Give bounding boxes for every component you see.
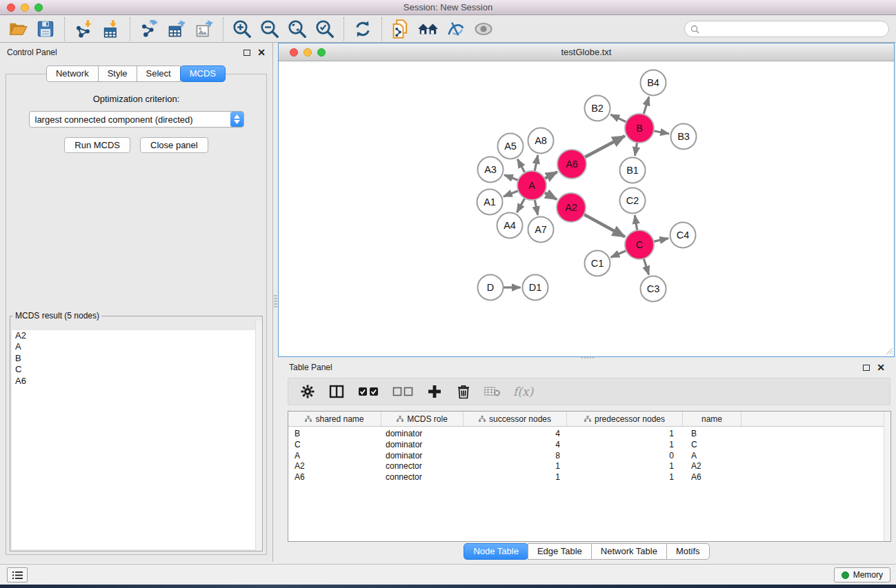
network-window-titlebar[interactable]: testGlobe.txt [279, 43, 894, 61]
mcds-result-item[interactable]: A [12, 341, 261, 352]
table-row[interactable]: Cdominator41C [288, 440, 890, 451]
table-cell[interactable]: connector [381, 472, 464, 483]
table-cell[interactable]: A2 [683, 461, 741, 472]
close-panel-icon[interactable]: ✕ [257, 49, 266, 56]
table-scrollbar[interactable] [884, 412, 890, 541]
edge-A-A7[interactable] [535, 199, 538, 215]
edge-A-A8[interactable] [535, 155, 538, 172]
column-header-predecessor-nodes[interactable]: predecessor nodes [567, 412, 683, 426]
edge-A-A6[interactable] [544, 172, 557, 179]
delete-table-button[interactable] [484, 383, 501, 400]
tab-style[interactable]: Style [98, 65, 137, 82]
import-table-button[interactable] [97, 17, 125, 41]
table-cell[interactable]: 1 [464, 461, 567, 472]
edge-A-A5[interactable] [517, 159, 526, 174]
select-all-button[interactable] [357, 383, 379, 400]
table-cell[interactable]: 1 [567, 429, 683, 440]
column-header-shared-name[interactable]: shared name [288, 412, 381, 426]
export-image-button[interactable] [190, 17, 218, 41]
tab-edge-table[interactable]: Edge Table [528, 543, 592, 560]
export-network-button[interactable] [135, 17, 163, 41]
table-cell[interactable]: A6 [288, 472, 381, 483]
table-float-panel-icon[interactable] [863, 365, 870, 371]
mcds-result-item[interactable]: A6 [12, 376, 261, 387]
tab-select[interactable]: Select [137, 65, 181, 82]
mcds-result-item[interactable]: A2 [12, 330, 261, 341]
task-history-button[interactable] [7, 567, 28, 582]
table-cell[interactable]: A [683, 451, 741, 462]
panel-divider-grip[interactable] [274, 295, 277, 307]
maximize-window-icon[interactable] [34, 3, 43, 12]
edge-A-A2[interactable] [544, 192, 557, 199]
table-cell[interactable]: A2 [288, 461, 381, 472]
close-panel-button[interactable]: Close panel [140, 137, 208, 153]
edge-B-B2[interactable] [610, 114, 627, 123]
table-cell[interactable]: 4 [464, 429, 567, 440]
mcds-result-item[interactable]: B [12, 353, 261, 364]
mcds-result-list[interactable]: A2ABCA6 [12, 330, 261, 549]
table-row[interactable]: A2connector11A2 [288, 461, 890, 472]
edge-C-C3[interactable] [644, 257, 649, 274]
search-box[interactable] [684, 21, 889, 37]
network-close-icon[interactable] [290, 48, 298, 57]
table-row[interactable]: A6connector11A6 [288, 472, 890, 483]
table-row[interactable]: Adominator80A [288, 451, 890, 462]
resize-grip-icon[interactable] [884, 345, 893, 355]
tab-motifs[interactable]: Motifs [666, 543, 710, 560]
mcds-list-scrollbar[interactable] [255, 321, 262, 551]
edge-C-C4[interactable] [653, 239, 668, 242]
network-minimize-icon[interactable] [303, 48, 312, 57]
edge-B-B3[interactable] [653, 131, 669, 134]
table-cell[interactable]: dominator [381, 429, 464, 440]
edge-A2-C[interactable] [583, 214, 625, 236]
zoom-in-button[interactable] [228, 17, 256, 41]
table-settings-button[interactable] [299, 383, 316, 400]
table-cell[interactable]: dominator [381, 440, 464, 451]
table-cell[interactable]: C [683, 440, 741, 451]
save-session-button[interactable] [32, 17, 59, 41]
refresh-button[interactable] [349, 17, 377, 41]
deselect-all-button[interactable] [392, 383, 414, 400]
zoom-selected-button[interactable] [311, 17, 339, 41]
tab-network-table[interactable]: Network Table [591, 543, 667, 560]
show-columns-button[interactable] [328, 383, 345, 400]
edge-C-C1[interactable] [611, 250, 628, 258]
table-cell[interactable]: B [683, 429, 741, 440]
column-header-successor-nodes[interactable]: successor nodes [464, 412, 567, 426]
tab-network[interactable]: Network [46, 65, 99, 82]
delete-column-button[interactable] [455, 383, 472, 400]
table-row[interactable]: Bdominator41B [288, 429, 890, 440]
edge-B-B1[interactable] [635, 141, 637, 156]
search-input[interactable] [699, 23, 888, 35]
edge-A6-B[interactable] [584, 136, 625, 158]
edge-A-A4[interactable] [517, 197, 525, 213]
zoom-fit-button[interactable] [283, 17, 311, 41]
import-network-button[interactable] [70, 17, 97, 41]
first-neighbors-button[interactable] [415, 17, 442, 41]
table-cell[interactable]: 1 [464, 472, 567, 483]
table-close-panel-icon[interactable]: ✕ [877, 364, 885, 371]
memory-button[interactable]: Memory [834, 567, 890, 582]
zoom-out-button[interactable] [256, 17, 283, 41]
edge-B-B4[interactable] [644, 97, 649, 116]
run-mcds-button[interactable]: Run MCDS [64, 137, 130, 153]
function-builder-button[interactable]: f(x) [513, 385, 533, 398]
table-cell[interactable]: 8 [464, 451, 567, 462]
network-canvas[interactable]: B4B2BB3A5A8A6A3B1AA1C2A2A4A7C4CC1DD1C3 [279, 61, 894, 356]
edge-A-A1[interactable] [504, 190, 519, 196]
table-cell[interactable]: 0 [567, 451, 683, 462]
table-cell[interactable]: B [288, 429, 381, 440]
edge-A-A3[interactable] [504, 175, 519, 181]
table-cell[interactable]: 4 [464, 440, 567, 451]
export-table-button[interactable] [163, 17, 190, 41]
open-session-button[interactable] [4, 17, 32, 41]
table-cell[interactable]: C [288, 440, 381, 451]
table-cell[interactable]: A [288, 451, 381, 462]
float-panel-icon[interactable] [243, 50, 250, 56]
mcds-result-item[interactable]: C [12, 364, 261, 375]
criterion-dropdown[interactable]: largest connected component (directed) [29, 111, 244, 128]
edge-C-C2[interactable] [635, 215, 637, 232]
network-maximize-icon[interactable] [317, 48, 326, 57]
table-cell[interactable]: dominator [381, 451, 464, 462]
table-cell[interactable]: 1 [567, 461, 683, 472]
